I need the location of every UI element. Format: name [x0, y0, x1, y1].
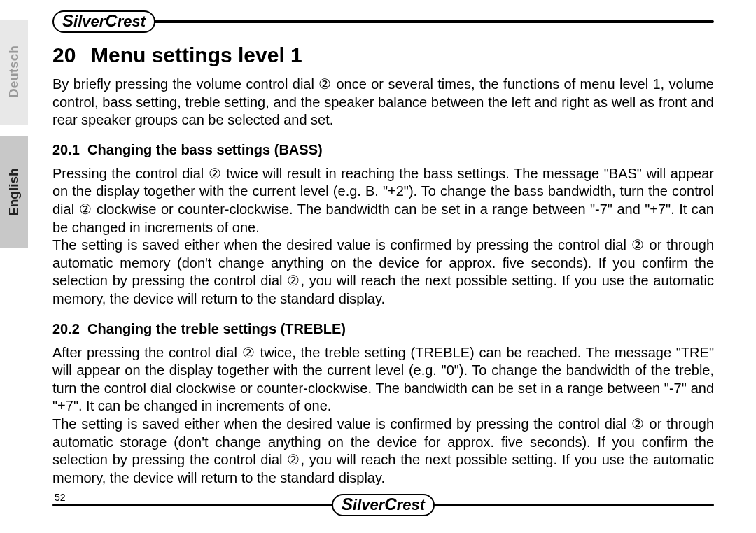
logo-part1: S [342, 496, 353, 513]
logo-part2: ilver [353, 497, 384, 513]
logo-part2: ilver [74, 14, 105, 29]
heading-number: 20 [52, 43, 91, 67]
section-number: 20.2 [52, 321, 80, 336]
tab-deutsch[interactable]: Deutsch [0, 20, 28, 125]
section-20-2: 20.2 Changing the treble settings (TREBL… [52, 321, 714, 488]
section-title: Changing the bass settings (BASS) [88, 142, 323, 157]
section-title: Changing the treble settings (TREBLE) [88, 321, 346, 336]
section-20-1: 20.1 Changing the bass settings (BASS) P… [52, 142, 714, 308]
logo-part4: rest [118, 14, 146, 29]
logo-part4: rest [397, 497, 425, 513]
tab-english[interactable]: English [0, 136, 28, 248]
section-heading: 20.2 Changing the treble settings (TREBL… [52, 321, 714, 337]
heading-title: Menu settings level 1 [91, 43, 302, 66]
brand-logo-footer: SilverCrest [332, 494, 435, 516]
page-content: SilverCrest 20Menu settings level 1 By b… [52, 10, 714, 519]
footer-rule-left [52, 504, 335, 506]
section-paragraph-1: Pressing the control dial ② twice will r… [52, 165, 714, 236]
section-paragraph-1: After pressing the control dial ② twice,… [52, 344, 714, 415]
logo-part1: S [62, 13, 74, 29]
brand-logo: SilverCrest [52, 10, 155, 33]
section-paragraph-2: The setting is saved either when the des… [52, 236, 714, 308]
footer-rule-right [431, 504, 714, 506]
header-bar: SilverCrest [52, 10, 714, 33]
header-rule [152, 20, 714, 23]
logo-part3: C [105, 13, 117, 29]
logo-part3: C [384, 496, 396, 513]
section-heading: 20.1 Changing the bass settings (BASS) [52, 142, 714, 158]
intro-paragraph: By briefly pressing the volume control d… [52, 76, 714, 129]
section-number: 20.1 [52, 142, 80, 157]
section-paragraph-2: The setting is saved either when the des… [52, 415, 714, 487]
footer-bar: SilverCrest [52, 494, 714, 516]
page-title: 20Menu settings level 1 [52, 43, 714, 67]
language-sidebar: Deutsch English [0, 0, 41, 533]
